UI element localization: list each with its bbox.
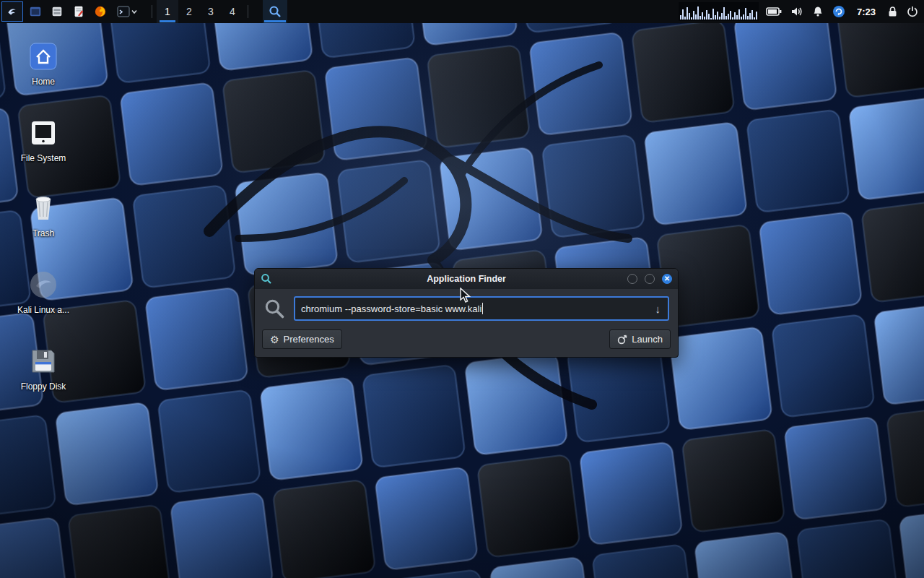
workspace-3[interactable]: 3 bbox=[200, 0, 222, 23]
desktop-icon-label: Home bbox=[6, 77, 81, 87]
search-input[interactable]: chromium --password-store=basic www.kali… bbox=[294, 296, 669, 321]
top-panel: 1 2 3 4 bbox=[0, 0, 924, 23]
workspace-switcher: 1 2 3 4 bbox=[147, 0, 253, 23]
window-titlebar[interactable]: Application Finder ✕ bbox=[255, 269, 678, 289]
notifications-bell-icon[interactable] bbox=[812, 6, 824, 17]
panel-left: 1 2 3 4 bbox=[0, 0, 287, 23]
application-finder-window: Application Finder ✕ chromium --password… bbox=[254, 268, 679, 358]
window-app-launcher[interactable] bbox=[25, 1, 46, 22]
text-caret bbox=[482, 303, 483, 314]
floppy-disk-icon bbox=[26, 344, 61, 379]
desktop-icon-label: Trash bbox=[6, 228, 81, 238]
launch-button[interactable]: Launch bbox=[609, 329, 671, 349]
launch-button-label: Launch bbox=[632, 334, 663, 345]
preferences-button-label: Preferences bbox=[284, 334, 334, 345]
desktop-icon-kali-linux[interactable]: Kali Linux a... bbox=[6, 267, 81, 315]
desktop-icon-label: Kali Linux a... bbox=[6, 305, 81, 315]
search-input-value: chromium --password-store=basic www.kali bbox=[301, 303, 481, 314]
terminal-launcher[interactable] bbox=[111, 1, 143, 22]
desktop-icon-home[interactable]: Home bbox=[6, 39, 81, 87]
logout-power-icon[interactable] bbox=[907, 6, 918, 17]
close-button[interactable]: ✕ bbox=[662, 274, 672, 284]
gear-icon: ⚙ bbox=[270, 334, 279, 345]
window-app-icon bbox=[29, 4, 42, 19]
maximize-button[interactable] bbox=[645, 274, 655, 284]
panel-separator bbox=[152, 5, 152, 18]
file-manager-icon bbox=[51, 4, 64, 19]
chevron-down-icon bbox=[131, 8, 138, 15]
volume-icon[interactable] bbox=[790, 6, 803, 17]
panel-separator bbox=[248, 5, 248, 18]
firefox-launcher[interactable] bbox=[90, 1, 111, 22]
window-controls: ✕ bbox=[627, 274, 672, 284]
text-editor-launcher[interactable] bbox=[68, 1, 90, 22]
home-icon bbox=[26, 39, 61, 74]
workspace-4[interactable]: 4 bbox=[222, 0, 243, 23]
window-title: Application Finder bbox=[255, 274, 678, 284]
terminal-icon bbox=[116, 4, 131, 19]
workspace-1[interactable]: 1 bbox=[157, 0, 178, 23]
kali-menu-button[interactable] bbox=[1, 1, 23, 22]
search-row: chromium --password-store=basic www.kali… bbox=[255, 289, 678, 325]
file-system-icon bbox=[26, 116, 61, 150]
application-finder-icon bbox=[269, 5, 282, 18]
cpu-graph[interactable] bbox=[679, 2, 759, 21]
system-tray: 7:23 bbox=[766, 5, 918, 18]
desktop-icon-label: Floppy Disk bbox=[6, 381, 81, 392]
launch-icon bbox=[617, 335, 627, 345]
dialog-button-row: ⚙ Preferences Launch bbox=[255, 325, 678, 356]
file-manager-launcher[interactable] bbox=[46, 1, 68, 22]
kali-docs-icon bbox=[26, 267, 61, 302]
kali-logo-icon bbox=[6, 4, 18, 19]
history-dropdown-arrow-icon[interactable]: ↓ bbox=[654, 303, 663, 315]
search-icon bbox=[263, 298, 285, 319]
firefox-icon bbox=[94, 4, 107, 19]
panel-right: 7:23 bbox=[679, 0, 924, 23]
desktop-icon-label: File System bbox=[6, 153, 81, 163]
workspace-2[interactable]: 2 bbox=[178, 0, 200, 23]
taskbar-application-finder[interactable] bbox=[263, 0, 287, 23]
preferences-button[interactable]: ⚙ Preferences bbox=[262, 329, 342, 349]
panel-clock[interactable]: 7:23 bbox=[854, 7, 879, 17]
trash-icon bbox=[26, 191, 61, 225]
desktop-icon-floppy-disk[interactable]: Floppy Disk bbox=[6, 344, 81, 392]
desktop-icon-file-system[interactable]: File System bbox=[6, 116, 81, 163]
desktop-icon-trash[interactable]: Trash bbox=[6, 191, 81, 238]
updates-icon[interactable] bbox=[832, 5, 845, 18]
text-editor-icon bbox=[72, 4, 85, 19]
battery-icon[interactable] bbox=[766, 7, 782, 17]
lock-icon[interactable] bbox=[887, 6, 898, 17]
minimize-button[interactable] bbox=[627, 274, 637, 284]
window-titlebar-app-icon bbox=[261, 273, 272, 285]
